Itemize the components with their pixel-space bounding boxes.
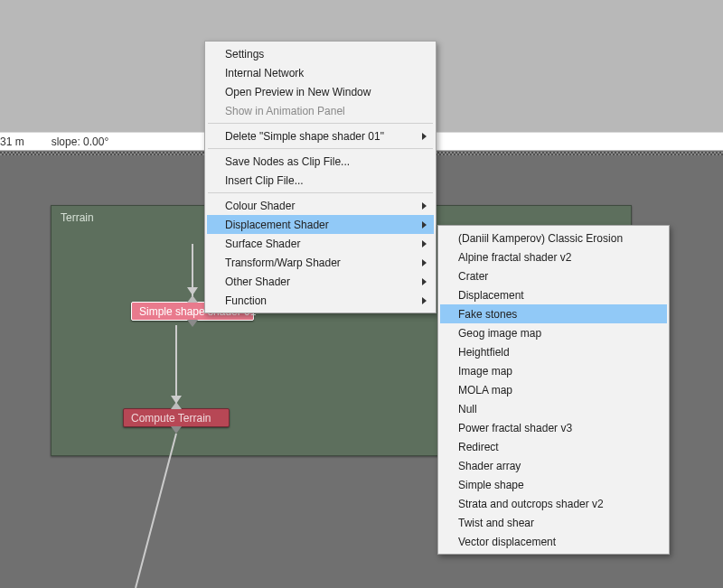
menu-item-label: Image map [458,365,512,378]
submenu-shader-array[interactable]: Shader array [440,456,667,475]
submenu-arrow-icon [422,240,427,247]
menu-insert-clip[interactable]: Insert Clip File... [207,171,434,190]
menu-item-label: MOLA map [458,384,512,397]
menu-displacement-shader[interactable]: Displacement Shader [207,215,434,234]
submenu-fake-stones[interactable]: Fake stones [440,304,667,323]
menu-separator [208,148,433,149]
submenu-arrow-icon [422,278,427,285]
menu-item-label: Other Shader [225,275,290,288]
menu-item-label: Show in Animation Panel [225,105,345,117]
submenu-null[interactable]: Null [440,399,667,418]
menu-item-label: Twist and shear [458,517,534,529]
svg-line-4 [136,434,176,588]
submenu-displacement[interactable]: Displacement [440,285,667,304]
submenu-arrow-icon [422,133,427,140]
menu-other-shader[interactable]: Other Shader [207,272,434,291]
menu-item-label: (Daniil Kamperov) Classic Erosion [458,232,623,245]
menu-internal-network[interactable]: Internal Network [207,63,434,82]
submenu-strata[interactable]: Strata and outcrops shader v2 [440,494,667,513]
submenu-image-map[interactable]: Image map [440,361,667,380]
menu-item-label: Vector displacement [458,536,556,548]
node-output-port[interactable] [187,320,198,327]
menu-show-animation: Show in Animation Panel [207,101,434,120]
submenu-twist[interactable]: Twist and shear [440,513,667,532]
menu-item-label: Crater [458,270,488,283]
menu-open-preview[interactable]: Open Preview in New Window [207,82,434,101]
submenu-arrow-icon [422,297,427,304]
menu-surface-shader[interactable]: Surface Shader [207,234,434,253]
menu-item-label: Function [225,294,267,307]
menu-save-clip[interactable]: Save Nodes as Clip File... [207,152,434,171]
node-input-port[interactable] [187,295,198,303]
submenu-vector-disp[interactable]: Vector displacement [440,532,667,551]
menu-item-label: Transform/Warp Shader [225,257,341,269]
menu-item-label: Null [458,403,477,415]
menu-item-label: Redirect [458,441,499,453]
menu-item-label: Open Preview in New Window [225,86,371,98]
node-compute-terrain[interactable]: Compute Terrain [123,408,230,427]
menu-settings[interactable]: Settings [207,44,434,63]
submenu-geog[interactable]: Geog image map [440,323,667,342]
menu-function[interactable]: Function [207,291,434,310]
displacement-submenu: (Daniil Kamperov) Classic Erosion Alpine… [437,225,670,555]
submenu-arrow-icon [422,259,427,266]
submenu-heightfield[interactable]: Heightfield [440,342,667,361]
menu-item-label: Settings [225,48,264,61]
node-input-port[interactable] [171,402,182,409]
menu-item-label: Delete "Simple shape shader 01" [225,130,384,143]
submenu-crater[interactable]: Crater [440,266,667,285]
node-output-port[interactable] [171,426,182,434]
menu-item-label: Strata and outcrops shader v2 [458,498,604,510]
menu-delete[interactable]: Delete "Simple shape shader 01" [207,126,434,145]
menu-item-label: Displacement Shader [225,219,329,231]
submenu-classic-erosion[interactable]: (Daniil Kamperov) Classic Erosion [440,229,667,247]
status-distance: 31 m [0,135,24,148]
menu-item-label: Power fractal shader v3 [458,422,572,434]
menu-transform-warp[interactable]: Transform/Warp Shader [207,253,434,272]
menu-item-label: Fake stones [458,308,517,321]
submenu-arrow-icon [422,221,427,229]
node-label: Compute Terrain [131,412,211,425]
submenu-simple-shape[interactable]: Simple shape [440,475,667,494]
menu-item-label: Geog image map [458,327,541,340]
menu-item-label: Insert Clip File... [225,174,304,187]
submenu-redirect[interactable]: Redirect [440,437,667,456]
menu-item-label: Simple shape [458,479,524,491]
submenu-mola[interactable]: MOLA map [440,380,667,399]
menu-item-label: Heightfield [458,346,510,359]
menu-separator [208,192,433,193]
menu-item-label: Shader array [458,460,521,472]
context-menu: Settings Internal Network Open Preview i… [204,41,437,313]
submenu-arrow-icon [422,202,427,210]
status-slope: slope: 0.00° [52,135,109,148]
menu-item-label: Internal Network [225,67,304,79]
submenu-power-fractal[interactable]: Power fractal shader v3 [440,418,667,437]
menu-item-label: Surface Shader [225,238,300,250]
menu-colour-shader[interactable]: Colour Shader [207,196,434,215]
menu-item-label: Displacement [458,289,524,302]
menu-item-label: Alpine fractal shader v2 [458,251,571,264]
menu-item-label: Save Nodes as Clip File... [225,155,350,168]
menu-item-label: Colour Shader [225,200,295,212]
menu-separator [208,123,433,124]
submenu-alpine[interactable]: Alpine fractal shader v2 [440,247,667,266]
